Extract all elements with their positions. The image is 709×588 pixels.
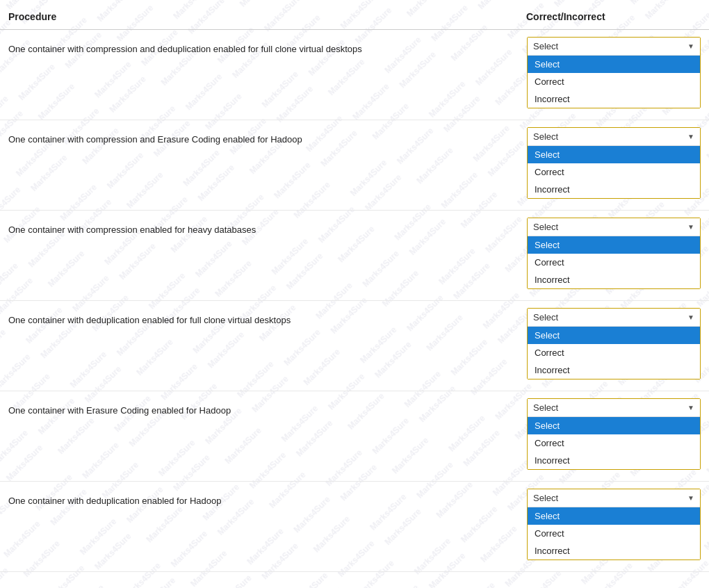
dropdown-option-select-3[interactable]: Select xyxy=(528,236,700,254)
dropdown-selected-text-6: Select xyxy=(533,493,558,503)
procedure-text-2: One container with compression and Erasu… xyxy=(8,127,521,147)
dropdown-arrow-icon-1: ▼ xyxy=(687,42,694,50)
dropdown-3[interactable]: Select▼SelectCorrectIncorrect xyxy=(527,218,701,289)
dropdown-selected-text-3: Select xyxy=(533,222,558,232)
dropdown-option-correct-5[interactable]: Correct xyxy=(528,434,700,452)
dropdown-5[interactable]: Select▼SelectCorrectIncorrect xyxy=(527,398,701,470)
procedure-text-3: One container with compression enabled f… xyxy=(8,218,521,237)
dropdown-2[interactable]: Select▼SelectCorrectIncorrect xyxy=(527,127,701,199)
dropdown-arrow-icon-6: ▼ xyxy=(687,494,694,502)
table-row: One container with compression and Erasu… xyxy=(0,120,709,211)
dropdown-options-6: SelectCorrectIncorrect xyxy=(528,507,700,560)
table-row: One container with compression enabled f… xyxy=(0,211,709,301)
dropdown-option-select-6[interactable]: Select xyxy=(528,507,700,525)
dropdown-option-incorrect-1[interactable]: Incorrect xyxy=(528,90,700,108)
procedure-text-6: One container with deduplication enabled… xyxy=(8,489,521,508)
dropdown-option-select-4[interactable]: Select xyxy=(528,327,700,344)
procedure-text-5: One container with Erasure Coding enable… xyxy=(8,398,521,418)
dropdown-option-select-1[interactable]: Select xyxy=(528,56,700,73)
dropdown-option-incorrect-2[interactable]: Incorrect xyxy=(528,181,700,198)
dropdown-arrow-icon-4: ▼ xyxy=(687,313,694,321)
dropdown-6[interactable]: Select▼SelectCorrectIncorrect xyxy=(527,489,701,560)
dropdown-arrow-icon-2: ▼ xyxy=(687,133,694,140)
dropdown-option-correct-3[interactable]: Correct xyxy=(528,254,700,271)
dropdown-option-correct-2[interactable]: Correct xyxy=(528,163,700,181)
table-row: One container with Erasure Coding enable… xyxy=(0,391,709,482)
dropdown-header-3[interactable]: Select▼ xyxy=(528,218,700,236)
dropdown-option-select-2[interactable]: Select xyxy=(528,146,700,163)
dropdown-arrow-icon-5: ▼ xyxy=(687,404,694,411)
dropdown-options-4: SelectCorrectIncorrect xyxy=(528,327,700,379)
procedure-text-4: One container with deduplication enabled… xyxy=(8,308,521,327)
dropdown-option-select-5[interactable]: Select xyxy=(528,417,700,434)
dropdown-option-correct-4[interactable]: Correct xyxy=(528,344,700,361)
dropdown-1[interactable]: Select▼SelectCorrectIncorrect xyxy=(527,37,701,108)
dropdown-4[interactable]: Select▼SelectCorrectIncorrect xyxy=(527,308,701,379)
table-row: One container with deduplication enabled… xyxy=(0,301,709,391)
table-row: One container with compression and dedup… xyxy=(0,30,709,120)
dropdown-arrow-icon-3: ▼ xyxy=(687,223,694,231)
dropdown-header-2[interactable]: Select▼ xyxy=(528,128,700,146)
procedure-column-header: Procedure xyxy=(8,11,523,22)
dropdown-header-5[interactable]: Select▼ xyxy=(528,399,700,417)
dropdown-option-incorrect-4[interactable]: Incorrect xyxy=(528,361,700,379)
correct-incorrect-column-header: Correct/Incorrect xyxy=(523,11,701,22)
procedure-rows: One container with compression and dedup… xyxy=(0,30,709,572)
table-row: One container with deduplication enabled… xyxy=(0,482,709,572)
procedure-text-1: One container with compression and dedup… xyxy=(8,37,521,56)
dropdown-options-5: SelectCorrectIncorrect xyxy=(528,417,700,469)
dropdown-selected-text-1: Select xyxy=(533,41,558,51)
dropdown-options-1: SelectCorrectIncorrect xyxy=(528,56,700,108)
dropdown-option-incorrect-5[interactable]: Incorrect xyxy=(528,452,700,469)
dropdown-option-incorrect-3[interactable]: Incorrect xyxy=(528,271,700,288)
table-header: Procedure Correct/Incorrect xyxy=(0,7,709,30)
dropdown-option-incorrect-6[interactable]: Incorrect xyxy=(528,542,700,560)
dropdown-header-6[interactable]: Select▼ xyxy=(528,489,700,507)
dropdown-selected-text-2: Select xyxy=(533,131,558,142)
dropdown-selected-text-5: Select xyxy=(533,402,558,413)
dropdown-header-4[interactable]: Select▼ xyxy=(528,309,700,327)
dropdown-options-2: SelectCorrectIncorrect xyxy=(528,146,700,198)
dropdown-header-1[interactable]: Select▼ xyxy=(528,38,700,56)
dropdown-option-correct-1[interactable]: Correct xyxy=(528,73,700,90)
dropdown-options-3: SelectCorrectIncorrect xyxy=(528,236,700,288)
main-page: Procedure Correct/Incorrect One containe… xyxy=(0,0,709,588)
dropdown-option-correct-6[interactable]: Correct xyxy=(528,525,700,542)
dropdown-selected-text-4: Select xyxy=(533,312,558,322)
